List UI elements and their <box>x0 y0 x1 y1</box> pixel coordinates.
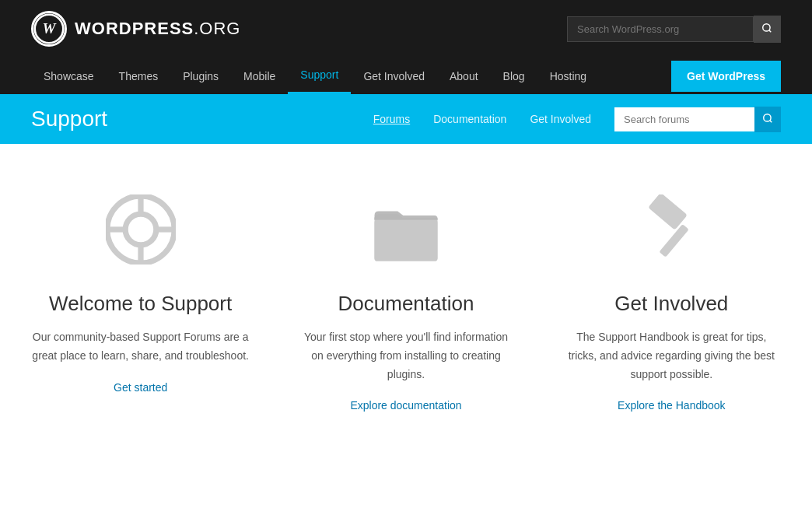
card-documentation-desc: Your first stop where you'll find inform… <box>296 328 515 384</box>
main-nav: Showcase Themes Plugins Mobile Support G… <box>0 58 812 94</box>
svg-line-5 <box>770 120 772 122</box>
support-nav-documentation[interactable]: Documentation <box>433 113 506 125</box>
card-documentation-title: Documentation <box>338 292 474 316</box>
card-welcome-link[interactable]: Get started <box>114 381 167 394</box>
logo-text: WordPress.org <box>75 19 240 39</box>
support-nav-get-involved[interactable]: Get Involved <box>530 113 591 125</box>
svg-rect-10 <box>107 226 124 232</box>
support-search-input[interactable] <box>614 107 754 131</box>
top-bar: W WordPress.org <box>0 0 812 58</box>
nav-about[interactable]: About <box>437 59 491 93</box>
svg-rect-13 <box>374 219 437 261</box>
support-header: Support Forums Documentation Get Involve… <box>0 94 812 144</box>
site-logo[interactable]: W WordPress.org <box>31 11 240 47</box>
nav-hosting[interactable]: Hosting <box>537 59 599 93</box>
main-content: Welcome to Support Our community-based S… <box>0 144 812 474</box>
card-welcome-desc: Our community-based Support Forums are a… <box>31 328 250 366</box>
hammer-icon <box>632 191 710 268</box>
support-search-form <box>614 107 781 132</box>
svg-rect-9 <box>138 245 143 263</box>
nav-showcase[interactable]: Showcase <box>31 59 107 93</box>
card-documentation-link[interactable]: Explore documentation <box>350 399 461 412</box>
svg-rect-11 <box>156 226 173 232</box>
lifesaver-icon <box>102 191 180 268</box>
card-welcome: Welcome to Support Our community-based S… <box>31 191 250 412</box>
card-documentation: Documentation Your first stop where you'… <box>296 191 515 412</box>
logo-icon: W <box>31 11 67 47</box>
card-get-involved-title: Get Involved <box>614 292 728 316</box>
top-search-form <box>567 16 781 43</box>
card-get-involved-link[interactable]: Explore the Handbook <box>618 399 726 412</box>
card-get-involved: Get Involved The Support Handbook is gre… <box>562 191 781 412</box>
svg-rect-14 <box>660 224 689 258</box>
svg-point-2 <box>763 23 770 30</box>
top-search-button[interactable] <box>754 16 781 43</box>
main-nav-links: Showcase Themes Plugins Mobile Support G… <box>31 58 599 94</box>
support-search-button[interactable] <box>754 107 781 132</box>
nav-support[interactable]: Support <box>288 58 351 94</box>
nav-blog[interactable]: Blog <box>491 59 537 93</box>
nav-get-involved[interactable]: Get Involved <box>351 59 437 93</box>
get-wordpress-button[interactable]: Get WordPress <box>671 61 781 92</box>
svg-rect-15 <box>648 194 688 230</box>
nav-themes[interactable]: Themes <box>107 59 171 93</box>
svg-rect-8 <box>138 196 143 214</box>
card-welcome-title: Welcome to Support <box>49 292 232 316</box>
nav-plugins[interactable]: Plugins <box>170 59 231 93</box>
svg-point-7 <box>125 214 156 245</box>
svg-line-3 <box>769 30 772 32</box>
svg-text:W: W <box>42 20 57 37</box>
cards-grid: Welcome to Support Our community-based S… <box>31 191 781 412</box>
nav-mobile[interactable]: Mobile <box>231 59 288 93</box>
support-nav-forums[interactable]: Forums <box>373 113 410 125</box>
top-search-input[interactable] <box>567 16 754 42</box>
card-get-involved-desc: The Support Handbook is great for tips, … <box>562 328 781 384</box>
folder-icon <box>367 191 445 268</box>
support-page-title: Support <box>31 107 107 131</box>
support-nav: Forums Documentation Get Involved <box>373 107 781 132</box>
svg-point-4 <box>764 114 771 121</box>
